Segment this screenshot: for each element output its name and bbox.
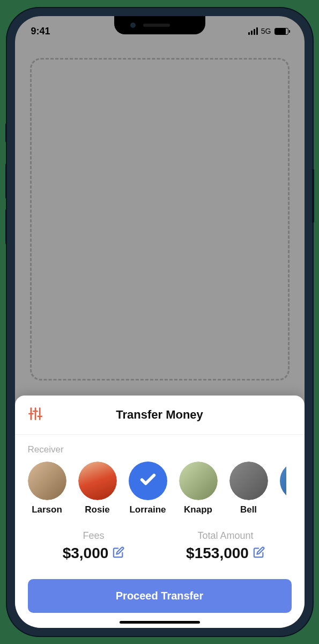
- placeholder-box: [30, 58, 290, 380]
- clock: 9:41: [31, 26, 50, 37]
- avatar-selected: [129, 462, 167, 500]
- avatar: [229, 462, 268, 500]
- notch: [114, 16, 205, 34]
- cellular-signal-icon: [248, 27, 258, 35]
- total-label: Total Amount: [160, 530, 292, 541]
- edit-total-icon[interactable]: [253, 546, 265, 560]
- receiver-name: Bell: [240, 504, 257, 515]
- edit-fees-icon[interactable]: [113, 546, 124, 560]
- avatar: [78, 462, 117, 500]
- sheet-title: Transfer Money: [116, 408, 203, 422]
- receiver-overflow-hint[interactable]: [280, 462, 286, 500]
- avatar: [179, 462, 218, 500]
- check-icon: [139, 471, 157, 491]
- fees-label: Fees: [28, 530, 160, 541]
- receiver-knapp[interactable]: Knapp: [179, 462, 218, 515]
- total-block: Total Amount $153,000: [160, 530, 292, 562]
- receiver-name: Larson: [32, 504, 62, 515]
- receivers-row[interactable]: Larson Rosie Lorraine: [28, 462, 292, 515]
- phone-frame: 9:41 5G: [7, 8, 313, 636]
- avatar: [28, 462, 66, 500]
- home-indicator[interactable]: [120, 621, 200, 624]
- receiver-name: Lorraine: [129, 504, 166, 515]
- content-placeholder: [15, 42, 305, 396]
- battery-icon: [275, 28, 288, 35]
- fees-value: $3,000: [63, 545, 109, 562]
- receiver-lorraine[interactable]: Lorraine: [129, 462, 167, 515]
- receiver-bell[interactable]: Bell: [229, 462, 268, 515]
- fees-block: Fees $3,000: [28, 530, 160, 562]
- receiver-rosie[interactable]: Rosie: [78, 462, 117, 515]
- sliders-icon[interactable]: [28, 406, 43, 423]
- total-value: $153,000: [186, 545, 249, 562]
- proceed-transfer-button[interactable]: Proceed Transfer: [28, 579, 292, 613]
- receiver-name: Knapp: [184, 504, 212, 515]
- receiver-name: Rosie: [85, 504, 109, 515]
- transfer-sheet: Transfer Money Receiver Larson Rosie: [15, 396, 305, 628]
- network-label: 5G: [261, 27, 271, 35]
- receiver-larson[interactable]: Larson: [28, 462, 66, 515]
- receiver-label: Receiver: [28, 444, 292, 455]
